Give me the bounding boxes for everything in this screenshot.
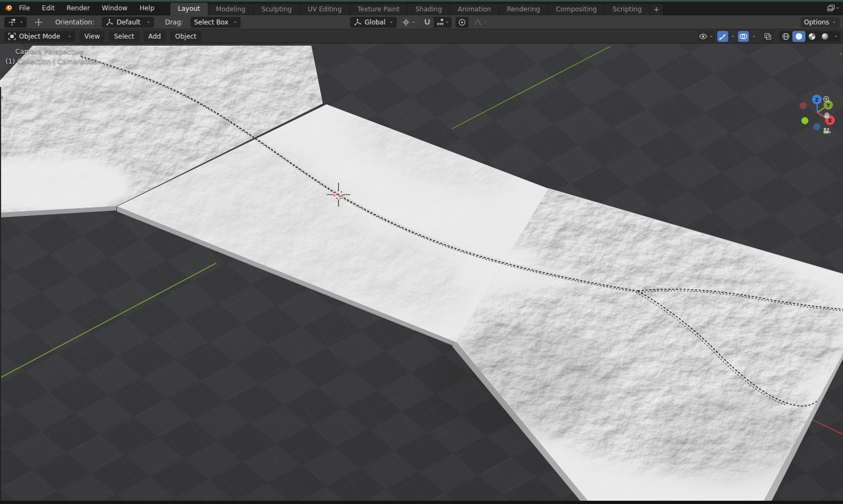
chevron-down-icon: ⌄ <box>19 18 23 24</box>
chevron-down-icon: ⌄ <box>483 18 488 24</box>
orientation-label: Orientation: <box>55 18 94 26</box>
tool-settings-bar: ⌄ Orientation: Default ⌄ Drag: Select Bo… <box>0 15 843 29</box>
chevron-down-icon[interactable]: ⌄ <box>752 33 756 38</box>
wireframe-sphere-icon <box>782 32 790 41</box>
menu-render[interactable]: Render <box>60 3 96 14</box>
chevron-down-icon: ⌄ <box>67 33 72 38</box>
shading-mode-group: ⌄ <box>779 31 840 42</box>
object-mode-icon <box>8 32 16 41</box>
tab-texture-paint[interactable]: Texture Paint <box>350 4 407 15</box>
shading-rendered-button[interactable] <box>819 31 832 42</box>
transform-orientation-dropdown[interactable]: Global ⌄ <box>350 17 397 28</box>
xray-toggle[interactable] <box>762 31 773 42</box>
overlays-icon <box>739 32 748 41</box>
tab-sculpting[interactable]: Sculpting <box>254 4 299 15</box>
tab-shading[interactable]: Shading <box>408 4 450 15</box>
viewport-header: Object Mode ⌄ View Select Add Object ⌄ ⌄… <box>0 29 843 43</box>
snap-increment-icon <box>436 18 445 27</box>
menu-window[interactable]: Window <box>96 3 133 14</box>
proportional-edit-icon <box>458 18 466 27</box>
rendered-sphere-icon <box>821 32 829 41</box>
global-axis-icon <box>353 18 362 27</box>
drag-dropdown[interactable]: Select Box ⌄ <box>190 17 241 28</box>
pivot-point-dropdown[interactable]: ⌄ <box>401 17 417 28</box>
3d-viewport[interactable]: › Camera Perspective (1) Collection | Ca… <box>0 43 843 504</box>
chevron-down-icon: ⌄ <box>835 4 840 10</box>
move-gizmo-icon[interactable] <box>34 18 43 27</box>
shading-wireframe-button[interactable] <box>779 31 792 42</box>
pan-hand-icon[interactable] <box>822 111 831 120</box>
menu-help[interactable]: Help <box>133 3 160 14</box>
drag-value: Select Box <box>194 18 230 26</box>
menu-select[interactable]: Select <box>109 31 139 42</box>
chevron-down-icon: ⌄ <box>411 18 416 24</box>
chevron-down-icon: ⌄ <box>709 33 713 38</box>
pivot-point-icon <box>402 18 410 27</box>
menu-file[interactable]: File <box>13 3 36 14</box>
magnet-icon <box>423 18 432 27</box>
shading-material-button[interactable] <box>805 31 819 42</box>
proportional-edit-toggle[interactable] <box>456 17 469 28</box>
object-visibility-dropdown[interactable]: ⌄ <box>698 31 714 42</box>
zoom-icon[interactable] <box>822 95 831 104</box>
eye-icon <box>699 32 707 41</box>
snap-toggle[interactable] <box>421 17 434 28</box>
snap-target-dropdown[interactable]: ⌄ <box>434 17 451 28</box>
material-sphere-icon <box>808 32 816 41</box>
transform-orientation-value: Global <box>365 18 386 26</box>
drag-label: Drag: <box>165 18 183 26</box>
menu-object[interactable]: Object <box>170 31 201 42</box>
active-tool-button[interactable]: ⌄ <box>4 17 27 28</box>
tab-compositing[interactable]: Compositing <box>548 4 604 15</box>
workspace-tabs: Layout Modeling Sculpting UV Editing Tex… <box>170 2 663 15</box>
chevron-down-icon: ⌄ <box>445 18 449 24</box>
mode-value: Object Mode <box>19 33 60 40</box>
chevron-down-icon: ⌄ <box>233 18 237 24</box>
menu-add[interactable]: Add <box>144 31 166 42</box>
mode-dropdown[interactable]: Object Mode ⌄ <box>4 31 75 42</box>
sidebar-collapse-arrow[interactable]: ‹ <box>840 49 842 58</box>
solid-sphere-icon <box>795 32 803 41</box>
gizmo-neg-y-axis[interactable] <box>802 117 809 125</box>
tab-uv-editing[interactable]: UV Editing <box>300 4 349 15</box>
tab-animation[interactable]: Animation <box>450 4 499 15</box>
topbar: File Edit Render Window Help Layout Mode… <box>0 2 843 15</box>
orientation-dropdown[interactable]: Default ⌄ <box>102 17 154 28</box>
chevron-down-icon: ⌄ <box>389 18 393 24</box>
chevron-down-icon[interactable]: ⌄ <box>731 33 735 38</box>
collection-label: (1) Collection | Camera000 <box>5 57 97 65</box>
orientation-axis-icon <box>105 18 114 27</box>
chevron-down-icon: ⌄ <box>146 18 151 24</box>
viewport-left-edge <box>0 87 1 504</box>
show-gizmo-toggle[interactable] <box>717 31 728 42</box>
orientation-value: Default <box>116 18 144 26</box>
tab-layout[interactable]: Layout <box>170 3 208 15</box>
gizmo-neg-x-axis[interactable] <box>800 102 807 109</box>
view-layer-icon[interactable] <box>827 4 835 13</box>
tab-scripting[interactable]: Scripting <box>605 4 649 15</box>
shading-solid-button[interactable] <box>792 31 805 42</box>
falloff-curve-icon <box>473 18 482 27</box>
chevron-down-icon[interactable]: ⌄ <box>832 33 840 38</box>
terrain-tiles <box>0 46 843 504</box>
show-overlays-toggle[interactable] <box>738 31 749 42</box>
falloff-dropdown[interactable]: ⌄ <box>472 17 489 28</box>
add-workspace-button[interactable]: + <box>650 4 663 15</box>
view-name-label: Camera Perspective <box>15 47 83 55</box>
tab-modeling[interactable]: Modeling <box>208 4 254 15</box>
options-label: Options <box>804 18 829 26</box>
viewport-bottom-edge[interactable] <box>0 501 843 504</box>
menu-edit[interactable]: Edit <box>36 3 60 14</box>
gizmo-arrow-icon <box>718 32 727 41</box>
options-button[interactable]: Options ⌄ <box>801 17 840 28</box>
tweak-tool-icon <box>8 18 16 27</box>
camera-view-icon[interactable] <box>822 127 831 135</box>
menu-view[interactable]: View <box>79 31 104 42</box>
chevron-down-icon: ⌄ <box>832 18 836 24</box>
xray-icon <box>764 32 772 41</box>
scene-canvas <box>0 43 843 504</box>
blender-logo-icon[interactable] <box>4 4 13 13</box>
tab-rendering[interactable]: Rendering <box>499 4 547 15</box>
